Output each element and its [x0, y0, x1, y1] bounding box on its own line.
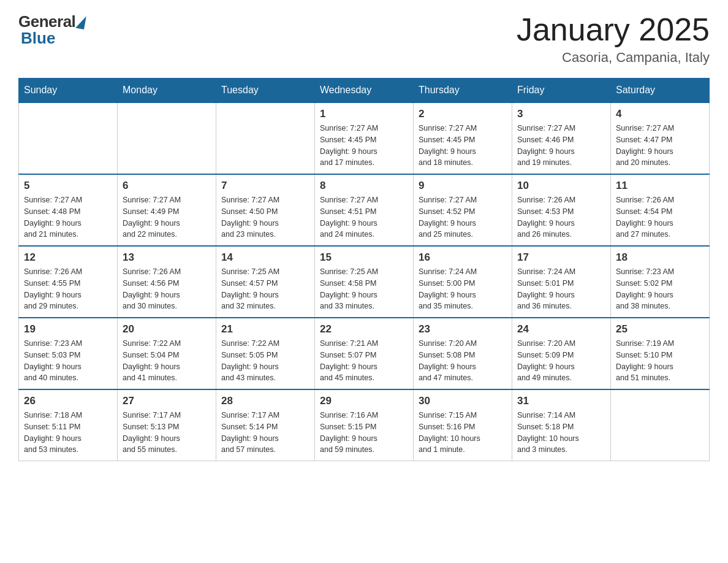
day-number: 2 — [419, 108, 507, 120]
calendar-header-saturday: Saturday — [611, 79, 710, 103]
day-info: Sunrise: 7:21 AM Sunset: 5:07 PM Dayligh… — [320, 338, 408, 384]
calendar-cell: 7Sunrise: 7:27 AM Sunset: 4:50 PM Daylig… — [216, 174, 315, 246]
calendar-cell: 29Sunrise: 7:16 AM Sunset: 5:15 PM Dayli… — [315, 389, 414, 461]
day-number: 28 — [221, 395, 309, 407]
calendar-cell: 16Sunrise: 7:24 AM Sunset: 5:00 PM Dayli… — [414, 246, 512, 318]
calendar-header-friday: Friday — [512, 79, 611, 103]
calendar-cell: 13Sunrise: 7:26 AM Sunset: 4:56 PM Dayli… — [118, 246, 216, 318]
day-info: Sunrise: 7:14 AM Sunset: 5:18 PM Dayligh… — [517, 410, 605, 456]
day-number: 8 — [320, 180, 408, 192]
day-number: 16 — [419, 251, 507, 264]
calendar-header-monday: Monday — [118, 79, 216, 103]
day-info: Sunrise: 7:20 AM Sunset: 5:08 PM Dayligh… — [419, 338, 507, 384]
day-number: 6 — [123, 180, 211, 192]
calendar-cell — [19, 102, 118, 174]
day-info: Sunrise: 7:22 AM Sunset: 5:05 PM Dayligh… — [221, 338, 309, 384]
day-number: 13 — [123, 251, 211, 264]
calendar-cell: 10Sunrise: 7:26 AM Sunset: 4:53 PM Dayli… — [512, 174, 611, 246]
calendar-cell: 30Sunrise: 7:15 AM Sunset: 5:16 PM Dayli… — [414, 389, 512, 461]
calendar-cell: 26Sunrise: 7:18 AM Sunset: 5:11 PM Dayli… — [19, 389, 118, 461]
calendar-cell — [611, 389, 710, 461]
calendar-cell: 18Sunrise: 7:23 AM Sunset: 5:02 PM Dayli… — [611, 246, 710, 318]
day-info: Sunrise: 7:24 AM Sunset: 5:01 PM Dayligh… — [517, 266, 605, 312]
calendar-cell: 11Sunrise: 7:26 AM Sunset: 4:54 PM Dayli… — [611, 174, 710, 246]
calendar-cell: 22Sunrise: 7:21 AM Sunset: 5:07 PM Dayli… — [315, 318, 414, 389]
calendar-cell: 27Sunrise: 7:17 AM Sunset: 5:13 PM Dayli… — [118, 389, 216, 461]
day-number: 7 — [221, 180, 309, 192]
day-number: 21 — [221, 323, 309, 335]
calendar-cell: 21Sunrise: 7:22 AM Sunset: 5:05 PM Dayli… — [216, 318, 315, 389]
calendar-cell: 1Sunrise: 7:27 AM Sunset: 4:45 PM Daylig… — [315, 102, 414, 174]
calendar-cell: 23Sunrise: 7:20 AM Sunset: 5:08 PM Dayli… — [414, 318, 512, 389]
calendar-cell: 8Sunrise: 7:27 AM Sunset: 4:51 PM Daylig… — [315, 174, 414, 246]
calendar-cell: 12Sunrise: 7:26 AM Sunset: 4:55 PM Dayli… — [19, 246, 118, 318]
day-number: 14 — [221, 251, 309, 264]
calendar-header-thursday: Thursday — [414, 79, 512, 103]
day-info: Sunrise: 7:20 AM Sunset: 5:09 PM Dayligh… — [517, 338, 605, 384]
calendar-cell: 28Sunrise: 7:17 AM Sunset: 5:14 PM Dayli… — [216, 389, 315, 461]
calendar-header-sunday: Sunday — [19, 79, 118, 103]
day-info: Sunrise: 7:26 AM Sunset: 4:53 PM Dayligh… — [517, 194, 605, 240]
week-row-4: 26Sunrise: 7:18 AM Sunset: 5:11 PM Dayli… — [19, 389, 710, 461]
day-number: 20 — [123, 323, 211, 335]
day-info: Sunrise: 7:23 AM Sunset: 5:03 PM Dayligh… — [24, 338, 112, 384]
day-info: Sunrise: 7:27 AM Sunset: 4:49 PM Dayligh… — [123, 194, 211, 240]
week-row-1: 5Sunrise: 7:27 AM Sunset: 4:48 PM Daylig… — [19, 174, 710, 246]
day-number: 5 — [24, 180, 112, 192]
day-info: Sunrise: 7:25 AM Sunset: 4:57 PM Dayligh… — [221, 266, 309, 312]
location-title: Casoria, Campania, Italy — [517, 50, 710, 66]
day-number: 10 — [517, 180, 605, 192]
calendar-cell: 4Sunrise: 7:27 AM Sunset: 4:47 PM Daylig… — [611, 102, 710, 174]
day-info: Sunrise: 7:27 AM Sunset: 4:48 PM Dayligh… — [24, 194, 112, 240]
day-number: 1 — [320, 108, 408, 120]
calendar-cell: 2Sunrise: 7:27 AM Sunset: 4:45 PM Daylig… — [414, 102, 512, 174]
calendar-cell: 9Sunrise: 7:27 AM Sunset: 4:52 PM Daylig… — [414, 174, 512, 246]
day-number: 25 — [616, 323, 704, 335]
day-number: 9 — [419, 180, 507, 192]
day-number: 17 — [517, 251, 605, 264]
day-info: Sunrise: 7:24 AM Sunset: 5:00 PM Dayligh… — [419, 266, 507, 312]
week-row-3: 19Sunrise: 7:23 AM Sunset: 5:03 PM Dayli… — [19, 318, 710, 389]
day-number: 27 — [123, 395, 211, 407]
calendar-cell: 25Sunrise: 7:19 AM Sunset: 5:10 PM Dayli… — [611, 318, 710, 389]
calendar-cell — [216, 102, 315, 174]
day-info: Sunrise: 7:16 AM Sunset: 5:15 PM Dayligh… — [320, 410, 408, 456]
calendar-cell: 20Sunrise: 7:22 AM Sunset: 5:04 PM Dayli… — [118, 318, 216, 389]
calendar-header-wednesday: Wednesday — [315, 79, 414, 103]
calendar-cell: 5Sunrise: 7:27 AM Sunset: 4:48 PM Daylig… — [19, 174, 118, 246]
logo: General Blue — [18, 12, 85, 48]
calendar-cell — [118, 102, 216, 174]
day-info: Sunrise: 7:26 AM Sunset: 4:55 PM Dayligh… — [24, 266, 112, 312]
day-number: 3 — [517, 108, 605, 120]
week-row-0: 1Sunrise: 7:27 AM Sunset: 4:45 PM Daylig… — [19, 102, 710, 174]
calendar-cell: 31Sunrise: 7:14 AM Sunset: 5:18 PM Dayli… — [512, 389, 611, 461]
logo-blue-text: Blue — [18, 29, 55, 48]
day-info: Sunrise: 7:26 AM Sunset: 4:56 PM Dayligh… — [123, 266, 211, 312]
day-info: Sunrise: 7:25 AM Sunset: 4:58 PM Dayligh… — [320, 266, 408, 312]
day-info: Sunrise: 7:18 AM Sunset: 5:11 PM Dayligh… — [24, 410, 112, 456]
day-info: Sunrise: 7:22 AM Sunset: 5:04 PM Dayligh… — [123, 338, 211, 384]
logo-triangle-icon — [76, 14, 87, 29]
day-number: 19 — [24, 323, 112, 335]
calendar-cell: 14Sunrise: 7:25 AM Sunset: 4:57 PM Dayli… — [216, 246, 315, 318]
day-number: 24 — [517, 323, 605, 335]
title-block: January 2025 Casoria, Campania, Italy — [517, 12, 710, 66]
day-info: Sunrise: 7:27 AM Sunset: 4:47 PM Dayligh… — [616, 123, 704, 169]
page-header: General Blue January 2025 Casoria, Campa… — [18, 12, 710, 66]
day-info: Sunrise: 7:27 AM Sunset: 4:45 PM Dayligh… — [419, 123, 507, 169]
day-number: 11 — [616, 180, 704, 192]
day-info: Sunrise: 7:27 AM Sunset: 4:46 PM Dayligh… — [517, 123, 605, 169]
day-info: Sunrise: 7:15 AM Sunset: 5:16 PM Dayligh… — [419, 410, 507, 456]
calendar-cell: 6Sunrise: 7:27 AM Sunset: 4:49 PM Daylig… — [118, 174, 216, 246]
day-info: Sunrise: 7:27 AM Sunset: 4:50 PM Dayligh… — [221, 194, 309, 240]
calendar-cell: 19Sunrise: 7:23 AM Sunset: 5:03 PM Dayli… — [19, 318, 118, 389]
day-info: Sunrise: 7:26 AM Sunset: 4:54 PM Dayligh… — [616, 194, 704, 240]
day-number: 4 — [616, 108, 704, 120]
day-info: Sunrise: 7:27 AM Sunset: 4:45 PM Dayligh… — [320, 123, 408, 169]
day-number: 23 — [419, 323, 507, 335]
calendar-cell: 24Sunrise: 7:20 AM Sunset: 5:09 PM Dayli… — [512, 318, 611, 389]
day-info: Sunrise: 7:19 AM Sunset: 5:10 PM Dayligh… — [616, 338, 704, 384]
calendar-cell: 15Sunrise: 7:25 AM Sunset: 4:58 PM Dayli… — [315, 246, 414, 318]
day-info: Sunrise: 7:23 AM Sunset: 5:02 PM Dayligh… — [616, 266, 704, 312]
day-number: 26 — [24, 395, 112, 407]
